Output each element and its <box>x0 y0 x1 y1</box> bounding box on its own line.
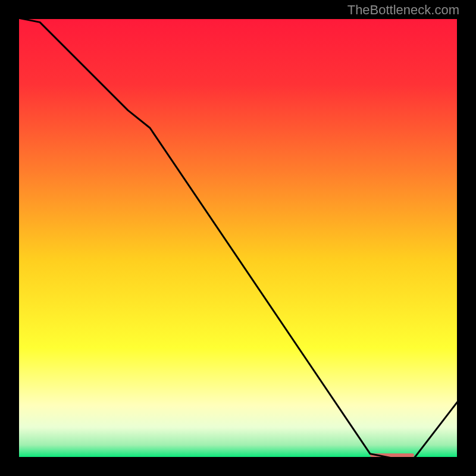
attribution-text: TheBottleneck.com <box>347 2 459 18</box>
chart-plot-area <box>18 18 458 458</box>
bottleneck-chart <box>18 18 458 458</box>
chart-background <box>18 18 458 458</box>
